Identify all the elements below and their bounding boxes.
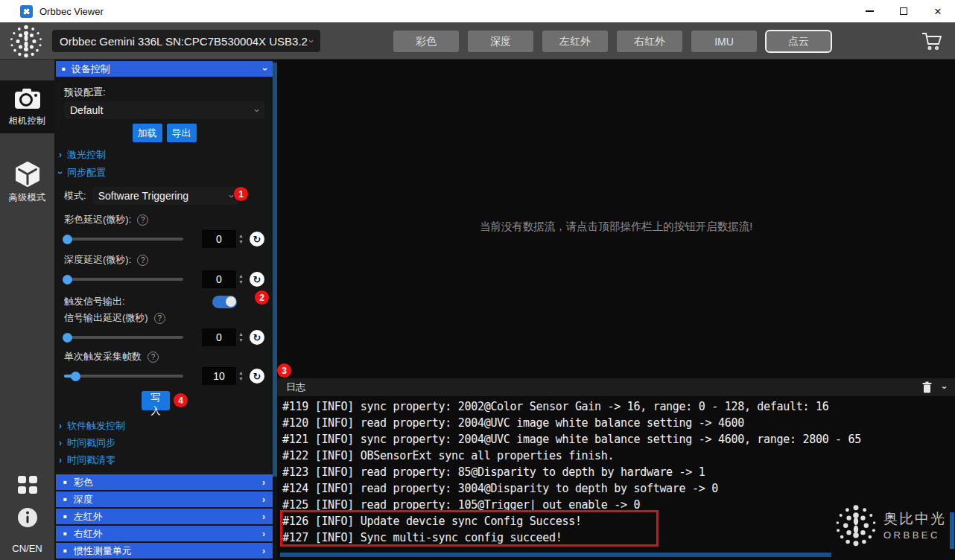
maximize-icon (900, 7, 907, 15)
sidebar-item-camera-control[interactable]: 相机控制 (0, 80, 54, 133)
section-color[interactable]: ■ 彩色 › (56, 474, 273, 490)
mode-select-value: Software Triggering (98, 190, 188, 202)
color-delay-input[interactable] (202, 230, 236, 248)
reset-icon[interactable]: ↻ (250, 330, 264, 345)
annotation-badge-3: 3 (277, 363, 291, 378)
stream-button-color[interactable]: 彩色 (393, 31, 459, 52)
chevron-right-icon: › (262, 494, 265, 505)
spinner-arrows[interactable]: ▲ ▼ (236, 367, 246, 385)
annotation-badge-1: 1 (234, 187, 248, 201)
chevron-right-icon: › (262, 477, 265, 488)
spinner-up-icon: ▲ (238, 370, 244, 376)
section-left-ir[interactable]: ■ 左红外 › (56, 509, 273, 524)
device-control-header[interactable]: ■ 设备控制 › (56, 61, 273, 77)
preset-select[interactable]: Default › (64, 101, 264, 119)
log-vertical-scrollbar[interactable] (950, 512, 954, 549)
log-line: #124 [INFO] read property: 3004@Disparit… (282, 480, 955, 497)
timestamp-sync-link[interactable]: › 时间戳同步 (54, 436, 274, 450)
depth-delay-input[interactable] (202, 270, 236, 288)
device-control-panel: ■ 设备控制 › 预设配置: Default › 加载 导出 › 激光控制 › … (54, 60, 274, 560)
laser-control-link[interactable]: › 激光控制 (54, 148, 274, 162)
trigger-output-toggle[interactable] (212, 296, 237, 308)
sidebar-item-advanced-mode[interactable]: 高级模式 (0, 154, 54, 210)
spinner-arrows[interactable]: ▲ ▼ (236, 328, 246, 346)
reset-icon[interactable]: ↻ (250, 232, 264, 246)
stream-button-depth[interactable]: 深度 (468, 31, 533, 52)
apps-grid-icon[interactable] (16, 474, 39, 495)
bullet-icon: ■ (63, 496, 67, 503)
collapse-log-icon[interactable]: › (939, 386, 950, 389)
spinner-up-icon: ▲ (238, 331, 244, 337)
cart-icon[interactable] (921, 31, 943, 51)
sync-config-link[interactable]: › 同步配置 (54, 166, 274, 179)
bullet-icon: ■ (62, 66, 66, 72)
signal-delay-input[interactable] (202, 328, 236, 346)
bullet-icon: ■ (63, 530, 67, 537)
write-button[interactable]: 写入 (142, 391, 170, 410)
stream-button-right-ir[interactable]: 右红外 (617, 31, 682, 52)
color-delay-slider[interactable] (64, 238, 183, 241)
spinner-down-icon: ▼ (238, 337, 244, 343)
frames-label: 单次触发采集帧数 (64, 350, 142, 363)
minimize-button[interactable] (852, 0, 886, 22)
chevron-right-icon: › (262, 512, 265, 522)
depth-delay-slider[interactable] (64, 278, 183, 281)
bullet-icon: ■ (63, 547, 67, 554)
mode-select[interactable]: Software Triggering › (92, 187, 239, 205)
frames-slider[interactable] (64, 375, 183, 378)
spinner-arrows[interactable]: ▲ ▼ (236, 270, 246, 288)
slider-handle[interactable] (63, 235, 72, 244)
chevron-right-icon: › (262, 546, 265, 556)
maximize-button[interactable] (886, 0, 921, 22)
log-line: #123 [INFO] read property: 85@Disparity … (282, 464, 955, 480)
section-depth[interactable]: ■ 深度 › (56, 491, 273, 507)
chevron-right-icon: › (262, 529, 265, 539)
reset-icon[interactable]: ↻ (250, 369, 264, 384)
stream-button-left-ir[interactable]: 左红外 (542, 31, 608, 52)
chevron-down-icon: › (305, 39, 317, 42)
help-icon: ? (154, 313, 165, 324)
section-imu[interactable]: ■ 惯性测量单元 › (56, 543, 273, 559)
toolbar: Orbbec Gemini 336L SN:CPC7B530004X USB3.… (0, 22, 955, 60)
preset-select-value: Default (70, 104, 103, 116)
camera-icon (13, 88, 42, 110)
annotation-badge-4: 4 (174, 393, 188, 407)
chevron-down-icon: › (55, 171, 66, 174)
stream-button-pointcloud[interactable]: 点云 (766, 31, 831, 52)
device-selector[interactable]: Orbbec Gemini 336L SN:CPC7B530004X USB3.… (52, 30, 320, 52)
timestamp-clear-link[interactable]: › 时间戳清零 (54, 454, 274, 467)
spinner-arrows[interactable]: ▲ ▼ (236, 230, 246, 248)
log-horizontal-scrollbar[interactable] (280, 553, 831, 557)
window-title: Orbbec Viewer (39, 6, 104, 17)
preset-label: 预设配置: (64, 86, 274, 98)
close-button[interactable]: ✕ (921, 0, 955, 22)
device-control-title: 设备控制 (72, 63, 110, 76)
chevron-right-icon: › (59, 421, 62, 431)
log-line: #122 [INFO] OBSensorExt sync all propert… (282, 448, 955, 464)
stream-button-imu[interactable]: IMU (691, 31, 757, 52)
info-icon[interactable] (17, 507, 38, 528)
orbbec-logo-icon (9, 24, 43, 58)
watermark-cn: 奥比中光 (883, 509, 946, 529)
log-line: #119 [INFO] sync property: 2002@Color Se… (282, 398, 955, 415)
slider-handle[interactable] (71, 372, 80, 381)
frames-input[interactable] (202, 367, 236, 385)
close-icon: ✕ (934, 7, 942, 16)
trash-icon[interactable] (922, 381, 932, 393)
chevron-down-icon: › (251, 109, 262, 112)
orbbec-logo-icon (834, 503, 878, 547)
export-button[interactable]: 导出 (167, 124, 197, 142)
language-toggle[interactable]: CN/EN (12, 540, 42, 554)
section-right-ir[interactable]: ■ 右红外 › (56, 526, 273, 541)
spinner-down-icon: ▼ (238, 279, 244, 285)
signal-delay-slider[interactable] (64, 336, 183, 339)
log-title: 日志 (286, 381, 305, 394)
slider-handle[interactable] (63, 275, 72, 284)
spinner-down-icon: ▼ (238, 376, 244, 382)
software-trigger-link[interactable]: › 软件触发控制 (54, 419, 274, 433)
reset-icon[interactable]: ↻ (250, 272, 264, 287)
depth-delay-label: 深度延迟(微秒): (64, 253, 131, 267)
slider-handle[interactable] (63, 333, 72, 343)
orbbec-watermark: 奥比中光 ORBBEC (834, 503, 946, 547)
load-button[interactable]: 加载 (133, 124, 162, 142)
